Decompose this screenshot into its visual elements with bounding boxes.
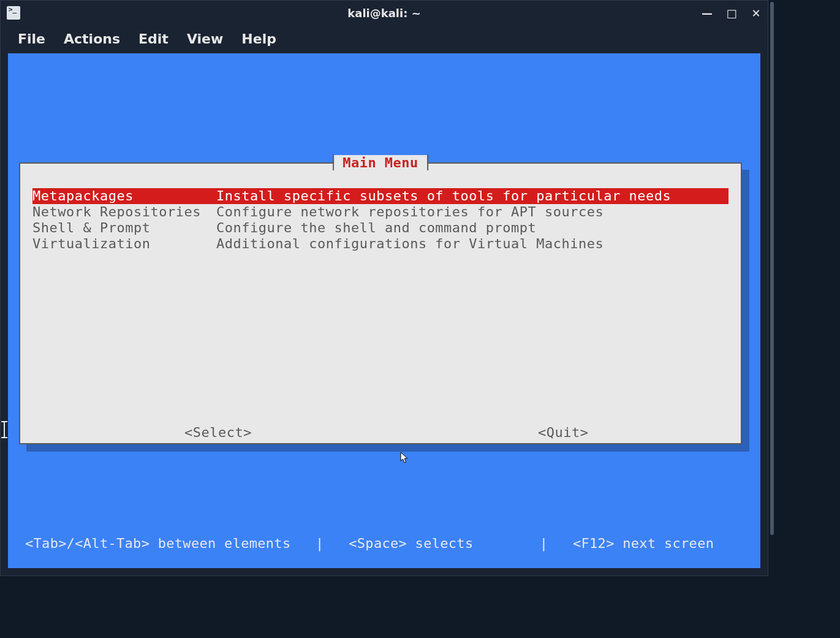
menu-item-name: Shell & Prompt	[32, 220, 216, 236]
scrollbar[interactable]	[770, 2, 774, 535]
tui-menu-list: Metapackages Install specific subsets of…	[32, 188, 728, 252]
terminal-viewport[interactable]: Main Menu Metapackages Install specific …	[8, 53, 760, 568]
text-cursor-icon	[4, 422, 5, 438]
menubar: File Actions Edit View Help	[1, 25, 768, 52]
tui-title-bar-right	[427, 154, 428, 170]
minimize-icon[interactable]: —	[702, 7, 713, 20]
tui-title: Main Menu	[334, 155, 427, 170]
menu-item-name: Metapackages	[32, 188, 216, 204]
menu-file[interactable]: File	[18, 31, 45, 47]
menu-help[interactable]: Help	[241, 31, 276, 47]
menu-item-shell-prompt[interactable]: Shell & Prompt Configure the shell and c…	[32, 220, 728, 236]
close-icon[interactable]: ✕	[751, 7, 762, 20]
window-controls: — □ ✕	[702, 7, 762, 20]
menu-item-desc: Configure network repositories for APT s…	[216, 204, 728, 220]
menu-actions[interactable]: Actions	[64, 31, 120, 47]
menu-item-virtualization[interactable]: Virtualization Additional configurations…	[32, 236, 728, 252]
menu-item-desc: Install specific subsets of tools for pa…	[216, 188, 728, 204]
menu-item-desc: Additional configurations for Virtual Ma…	[216, 236, 728, 252]
menu-item-name: Virtualization	[32, 236, 216, 252]
terminal-window: kali@kali: ~ — □ ✕ File Actions Edit Vie…	[0, 0, 768, 576]
tui-title-wrap: Main Menu	[333, 154, 428, 170]
menu-view[interactable]: View	[187, 31, 223, 47]
maximize-icon[interactable]: □	[726, 7, 737, 20]
mouse-cursor-icon	[400, 452, 410, 465]
terminal-icon	[7, 6, 20, 20]
menu-edit[interactable]: Edit	[138, 31, 168, 47]
tui-dialog: Main Menu Metapackages Install specific …	[19, 162, 742, 444]
quit-button[interactable]: <Quit>	[538, 425, 588, 440]
menu-item-desc: Configure the shell and command prompt	[216, 220, 728, 236]
select-button[interactable]: <Select>	[184, 425, 252, 440]
titlebar: kali@kali: ~ — □ ✕	[1, 1, 768, 25]
menu-item-network-repositories[interactable]: Network Repositories Configure network r…	[32, 204, 728, 220]
window-title: kali@kali: ~	[347, 7, 420, 20]
hint-bar: <Tab>/<Alt-Tab> between elements | <Spac…	[25, 536, 748, 551]
menu-item-name: Network Repositories	[32, 204, 216, 220]
menu-item-metapackages[interactable]: Metapackages Install specific subsets of…	[32, 188, 728, 204]
